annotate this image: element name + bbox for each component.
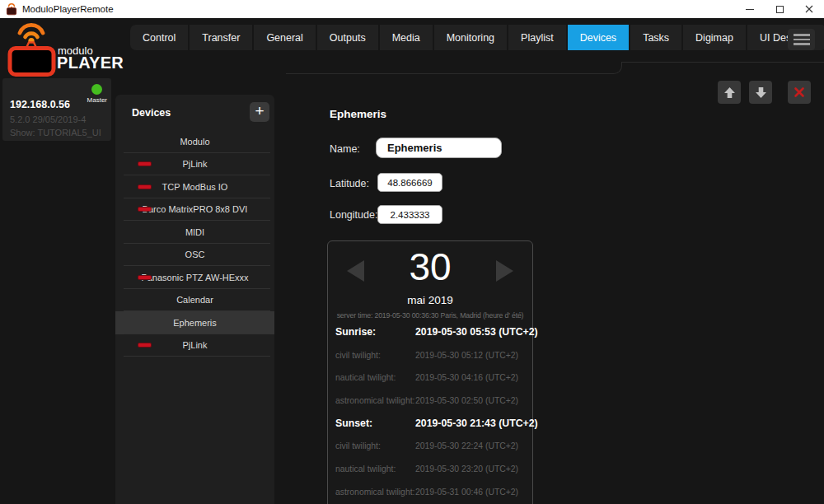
device-item-pjlink[interactable]: PjLink <box>115 334 274 357</box>
device-label: Calendar <box>176 295 213 305</box>
device-label: Ephemeris <box>173 318 217 328</box>
tab-outputs[interactable]: Outputs <box>317 25 378 50</box>
tab-monitoring[interactable]: Monitoring <box>434 25 507 50</box>
tab-tasks[interactable]: Tasks <box>630 25 681 50</box>
server-time-text: server time: 2019-05-30 00:36:30 Paris, … <box>328 311 532 320</box>
sun-time-label: Sunrise: <box>335 326 376 338</box>
red-cross-icon <box>794 86 805 98</box>
arrow-down-icon <box>755 86 767 99</box>
sun-time-value: 2019-05-30 21:43 (UTC+2) <box>415 418 538 429</box>
device-item-panasonic-ptz-aw-hexxx[interactable]: Panasonic PTZ AW-HExxx <box>115 266 274 289</box>
app-icon <box>6 3 17 16</box>
device-label: Barco MatrixPRO 8x8 DVI <box>143 204 248 214</box>
devices-panel: Devices + ModuloPjLinkTCP ModBus IOBarco… <box>115 95 274 504</box>
device-label: Modulo <box>180 137 209 147</box>
close-icon[interactable] <box>794 0 824 18</box>
app-window: ModuloPlayerRemote modulo PLAYER Control… <box>0 0 824 504</box>
device-item-ephemeris[interactable]: Ephemeris <box>115 311 274 334</box>
device-label: MIDI <box>185 227 204 237</box>
device-label: Panasonic PTZ AW-HExxx <box>141 273 248 282</box>
sun-time-label: nautical twilight: <box>335 464 396 473</box>
name-input[interactable] <box>376 138 502 158</box>
add-device-button[interactable]: + <box>250 102 269 122</box>
tab-devices[interactable]: Devices <box>568 25 629 50</box>
device-item-barco-matrixpro-8x8-dvi[interactable]: Barco MatrixPRO 8x8 DVI <box>115 198 274 222</box>
device-status-indicator <box>138 161 152 166</box>
device-status-indicator <box>138 343 152 348</box>
device-status-indicator <box>138 207 152 212</box>
arrow-up-icon <box>723 86 736 99</box>
nav-tabs: ControlTransferGeneralOutputsMediaMonito… <box>130 25 824 50</box>
sun-time-value: 2019-05-30 04:16 (UTC+2) <box>415 373 518 382</box>
sun-time-value: 2019-05-30 22:24 (UTC+2) <box>415 441 518 450</box>
maximize-icon[interactable] <box>765 0 794 18</box>
titlebar: ModuloPlayerRemote <box>0 0 824 18</box>
machine-card[interactable]: Master 192.168.0.56 5.2.0 29/05/2019-4 S… <box>2 78 111 141</box>
sun-time-row: nautical twilight:2019-05-30 23:20 (UTC+… <box>328 457 532 480</box>
content-sheet-edge <box>286 62 622 74</box>
next-day-icon[interactable] <box>496 260 513 282</box>
device-item-midi[interactable]: MIDI <box>115 221 274 244</box>
move-up-button[interactable] <box>718 81 741 104</box>
sun-time-label: nautical twilight: <box>335 373 396 382</box>
device-item-tcp-modbus-io[interactable]: TCP ModBus IO <box>115 175 274 198</box>
sun-time-label: astronomical twilight: <box>335 487 414 496</box>
tab-playlist[interactable]: Playlist <box>508 25 566 50</box>
latitude-label: Latitude: <box>330 178 369 189</box>
ephemeris-calendar: 30 mai 2019 server time: 2019-05-30 00:3… <box>327 240 533 504</box>
tab-general[interactable]: General <box>254 25 315 50</box>
sun-time-row: astronomical twilight:2019-05-31 00:46 (… <box>328 480 532 503</box>
logo-text-player: PLAYER <box>57 54 124 72</box>
device-item-pjlink[interactable]: PjLink <box>115 153 274 176</box>
sun-time-label: astronomical twilight: <box>335 395 414 404</box>
tab-control[interactable]: Control <box>130 25 188 50</box>
device-label: TCP ModBus IO <box>162 182 228 192</box>
sun-time-value: 2019-05-30 02:50 (UTC+2) <box>415 395 518 404</box>
sun-time-row: Sunset:2019-05-30 21:43 (UTC+2) <box>328 412 532 435</box>
sun-time-value: 2019-05-31 00:46 (UTC+2) <box>415 487 518 496</box>
minimize-icon[interactable] <box>735 0 765 18</box>
device-item-osc[interactable]: OSC <box>115 244 274 267</box>
move-down-button[interactable] <box>749 81 772 104</box>
devices-panel-title: Devices <box>132 107 171 119</box>
window-controls <box>735 0 824 18</box>
longitude-input[interactable] <box>377 205 442 224</box>
device-list: ModuloPjLinkTCP ModBus IOBarco MatrixPRO… <box>115 130 274 357</box>
detail-title: Ephemeris <box>330 108 386 120</box>
sun-times: Sunrise:2019-05-30 05:53 (UTC+2)civil tw… <box>328 320 532 503</box>
longitude-label: Longitude: <box>330 209 377 221</box>
menu-button[interactable] <box>788 29 815 50</box>
sun-time-label: Sunset: <box>335 418 372 429</box>
sun-time-label: civil twilight: <box>335 350 381 359</box>
device-item-calendar[interactable]: Calendar <box>115 289 274 312</box>
device-label: PjLink <box>183 159 208 169</box>
sun-time-value: 2019-05-30 05:53 (UTC+2) <box>415 326 538 338</box>
sun-time-row: nautical twilight:2019-05-30 04:16 (UTC+… <box>328 366 532 389</box>
hamburger-icon <box>794 34 810 36</box>
name-label: Name: <box>330 143 360 155</box>
tab-transfer[interactable]: Transfer <box>190 25 252 50</box>
device-label: OSC <box>185 250 205 259</box>
latitude-input[interactable] <box>377 173 442 192</box>
sun-time-label: civil twilight: <box>335 441 381 450</box>
sun-time-row: civil twilight:2019-05-30 05:12 (UTC+2) <box>328 343 532 366</box>
online-status-icon <box>91 84 102 95</box>
sun-time-row: Sunrise:2019-05-30 05:53 (UTC+2) <box>328 320 532 343</box>
sun-time-value: 2019-05-30 23:20 (UTC+2) <box>415 464 518 473</box>
tab-digimap[interactable]: Digimap <box>683 25 746 50</box>
modulo-player-icon <box>7 22 58 77</box>
machine-show: Show: TUTORIAL5_UI <box>10 128 101 138</box>
device-status-indicator <box>138 275 152 280</box>
device-label: PjLink <box>183 340 208 350</box>
device-status-indicator <box>138 184 152 189</box>
tab-media[interactable]: Media <box>380 25 433 50</box>
calendar-month-year: mai 2019 <box>328 294 532 306</box>
machine-version: 5.2.0 29/05/2019-4 <box>10 114 86 124</box>
machine-ip: 192.168.0.56 <box>10 99 70 110</box>
sun-time-row: civil twilight:2019-05-30 22:24 (UTC+2) <box>328 434 532 457</box>
device-item-modulo[interactable]: Modulo <box>115 130 274 153</box>
sun-time-value: 2019-05-30 05:12 (UTC+2) <box>415 350 518 359</box>
window-title: ModuloPlayerRemote <box>22 4 114 14</box>
delete-device-button[interactable] <box>788 81 811 104</box>
master-badge: Master <box>87 96 107 104</box>
